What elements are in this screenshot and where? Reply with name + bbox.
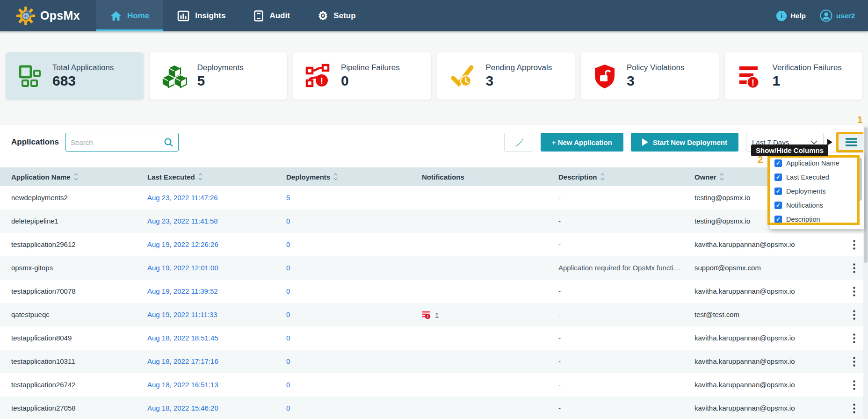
last-executed-link[interactable]: Aug 19, 2022 12:01:00 (136, 256, 275, 280)
play-icon (642, 138, 648, 146)
search-box (65, 133, 179, 152)
last-executed-link[interactable]: Aug 23, 2022 11:41:58 (136, 210, 275, 233)
table-row[interactable]: testapplication10311 Aug 18, 2022 17:17:… (0, 350, 868, 373)
user-avatar-icon (820, 9, 832, 22)
application-name-cell: opsmx-gitops (0, 256, 136, 280)
last-executed-link[interactable]: Aug 23, 2022 11:47:26 (136, 186, 275, 210)
deployments-count-link[interactable]: 0 (275, 373, 411, 397)
table-row[interactable]: testapplication29612 Aug 19, 2022 12:26:… (0, 233, 868, 256)
header-last-executed[interactable]: Last Executed (136, 173, 275, 181)
card-pipeline-failures[interactable]: ! Pipeline Failures 0 (293, 52, 431, 100)
panel-scrollbar-thumb[interactable] (859, 158, 862, 201)
spinnaker-sail-icon (512, 136, 525, 149)
list-alert-icon: ! (737, 64, 762, 89)
shield-lock-icon (593, 64, 616, 89)
deployments-count-link[interactable]: 0 (275, 280, 411, 303)
table-row[interactable]: newdeployments2 Aug 23, 2022 11:47:26 5 … (0, 186, 868, 210)
card-label: Pending Approvals (486, 63, 552, 72)
kebab-menu-icon (853, 310, 855, 320)
description-cell: - (547, 210, 683, 233)
sort-icon (198, 173, 203, 181)
kebab-menu-icon (853, 333, 855, 343)
last-executed-link[interactable]: Aug 18, 2022 18:51:45 (136, 326, 275, 350)
owner-cell: kavitha.karuppannan@opsmx.io (683, 280, 840, 303)
last-executed-link[interactable]: Aug 19, 2022 11:11:33 (136, 303, 275, 326)
owner-cell: kavitha.karuppannan@opsmx.io (683, 373, 840, 397)
search-icon[interactable] (164, 137, 174, 147)
last-executed-link[interactable]: Aug 18, 2022 17:17:16 (136, 350, 275, 373)
checkbox-checked-icon[interactable] (774, 202, 782, 209)
brand-logo[interactable]: OpsMx (16, 0, 86, 31)
header-deployments[interactable]: Deployments (275, 173, 411, 181)
last-executed-link[interactable]: Aug 18, 2022 15:46:20 (136, 397, 275, 419)
description-cell: - (547, 326, 683, 350)
last-executed-link[interactable]: Aug 19, 2022 12:26:26 (136, 233, 275, 256)
card-pending-approvals[interactable]: Pending Approvals 3 (437, 52, 575, 100)
table-row[interactable]: testapplication27058 Aug 18, 2022 15:46:… (0, 397, 868, 419)
column-toggle-item[interactable]: Application Name (770, 156, 864, 170)
deployments-count-link[interactable]: 0 (275, 397, 411, 419)
description-cell: - (547, 186, 683, 210)
deployments-count-link[interactable]: 0 (275, 350, 411, 373)
checkbox-checked-icon[interactable] (774, 216, 782, 223)
nav-tab-insights[interactable]: Insights (163, 0, 239, 31)
cubes-icon (162, 64, 187, 89)
page-scrollbar-thumb[interactable] (864, 127, 868, 263)
columns-menu-list: Application Name Last Executed Deploymen… (770, 156, 864, 226)
column-toggle-item[interactable]: Deployments (770, 184, 864, 198)
search-input[interactable] (71, 138, 164, 146)
checkbox-checked-icon[interactable] (774, 159, 782, 167)
card-policy-violations[interactable]: Policy Violations 3 (581, 52, 719, 100)
help-button[interactable]: i Help (776, 11, 806, 21)
nav-tab-label: Setup (333, 11, 355, 21)
pipeline-alert-icon: ! (305, 64, 331, 89)
description-cell: - (547, 303, 683, 326)
application-name-cell: testapplication26742 (0, 373, 136, 397)
deployments-count-link[interactable]: 0 (275, 256, 411, 280)
deployments-count-link[interactable]: 0 (275, 326, 411, 350)
last-executed-link[interactable]: Aug 19, 2022 11:39:52 (136, 280, 275, 303)
table-row[interactable]: qatestpueqc Aug 19, 2022 11:11:33 0 ! 1 … (0, 303, 868, 326)
card-deployments[interactable]: Deployments 5 (150, 52, 288, 100)
header-description[interactable]: Description (547, 173, 683, 181)
last-executed-link[interactable]: Aug 18, 2022 16:51:13 (136, 373, 275, 397)
deployments-count-link[interactable]: 5 (275, 186, 411, 210)
section-title: Applications (11, 137, 59, 147)
deployments-count-link[interactable]: 0 (275, 303, 411, 326)
card-verification-failures[interactable]: ! Verification Failures 1 (725, 52, 863, 100)
column-toggle-item[interactable]: Description (770, 212, 864, 226)
table-row[interactable]: testapplication8049 Aug 18, 2022 18:51:4… (0, 326, 868, 350)
user-menu-button[interactable]: user2 (820, 9, 855, 22)
start-new-deployment-button[interactable]: Start New Deployment (631, 133, 738, 152)
nav-tab-audit[interactable]: Audit (239, 0, 304, 31)
column-toggle-label: Application Name (786, 159, 839, 167)
checkbox-checked-icon[interactable] (774, 188, 782, 195)
table-row[interactable]: testapplication70078 Aug 19, 2022 11:39:… (0, 280, 868, 303)
spinnaker-button[interactable] (504, 133, 533, 152)
deployments-count-link[interactable]: 0 (275, 233, 411, 256)
card-value: 1 (773, 73, 842, 89)
column-toggle-item[interactable]: Notifications (770, 198, 864, 212)
table-row[interactable]: deletepipeline1 Aug 23, 2022 11:41:58 0 … (0, 210, 868, 233)
new-application-button[interactable]: + New Application (541, 133, 623, 152)
application-name-cell: testapplication8049 (0, 326, 136, 350)
table-row[interactable]: testapplication26742 Aug 18, 2022 16:51:… (0, 373, 868, 397)
annotation-step-2: 2 (758, 154, 763, 165)
nav-tab-home[interactable]: Home (96, 0, 163, 31)
description-cell: - (547, 233, 683, 256)
columns-dropdown-panel: Application Name Last Executed Deploymen… (770, 153, 864, 229)
card-total-applications[interactable]: Total Applications 683 (6, 52, 144, 100)
svg-text:!: ! (752, 78, 754, 87)
notifications-cell: ! 1 (411, 311, 547, 319)
card-label: Verification Failures (773, 63, 842, 72)
insights-chart-icon (177, 10, 189, 22)
nav-tab-setup[interactable]: ⚙ Setup (304, 0, 370, 31)
show-hide-columns-button[interactable] (836, 132, 866, 152)
deployments-count-link[interactable]: 0 (275, 210, 411, 233)
column-toggle-item[interactable]: Last Executed (770, 170, 864, 184)
table-row[interactable]: opsmx-gitops Aug 19, 2022 12:01:00 0 App… (0, 256, 868, 280)
checkbox-checked-icon[interactable] (774, 173, 782, 181)
apps-grid-icon (18, 64, 42, 88)
header-application-name[interactable]: Application Name (0, 173, 136, 181)
application-name-cell: testapplication10311 (0, 350, 136, 373)
